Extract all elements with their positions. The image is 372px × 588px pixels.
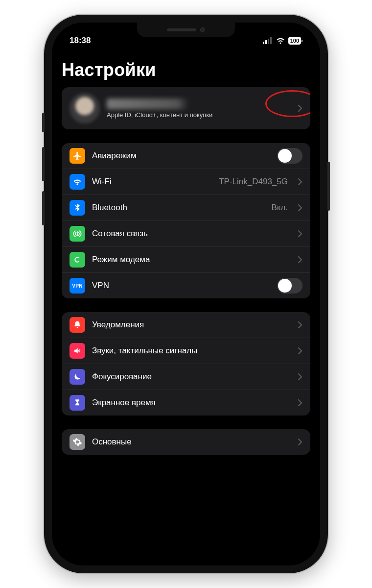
- row-sounds[interactable]: Звуки, тактильные сигналы: [62, 338, 310, 364]
- row-label: Звуки, тактильные сигналы: [92, 346, 288, 356]
- profile-name-blurred: [107, 98, 224, 109]
- row-label: Режим модема: [92, 255, 288, 265]
- side-button: [42, 113, 45, 132]
- chevron-right-icon: [298, 104, 302, 112]
- side-button: [42, 191, 45, 225]
- chevron-right-icon: [298, 178, 302, 186]
- status-time: 18:38: [70, 36, 91, 46]
- avatar: [70, 93, 100, 123]
- profile-subtitle: Apple ID, iCloud+, контент и покупки: [107, 111, 288, 119]
- chevron-right-icon: [298, 204, 302, 212]
- notifications-group: Уведомления Звуки, тактильные сигналы Фо…: [62, 312, 310, 416]
- profile-row[interactable]: Apple ID, iCloud+, контент и покупки: [62, 87, 310, 129]
- chevron-right-icon: [298, 438, 302, 446]
- airplane-icon: [70, 148, 85, 164]
- side-button: [42, 147, 45, 181]
- wifi-icon: [70, 174, 85, 190]
- hourglass-icon: [70, 395, 85, 411]
- row-vpn[interactable]: VPN VPN: [62, 272, 310, 298]
- profile-group: Apple ID, iCloud+, контент и покупки: [62, 87, 310, 129]
- row-label: Уведомления: [92, 320, 288, 330]
- row-value: Вкл.: [271, 203, 288, 213]
- svg-rect-3: [270, 37, 272, 44]
- airplane-toggle[interactable]: [277, 148, 302, 164]
- hotspot-icon: [70, 252, 85, 268]
- row-focus[interactable]: Фокусирование: [62, 364, 310, 390]
- battery-indicator: 100: [288, 37, 302, 45]
- chevron-right-icon: [298, 373, 302, 381]
- vpn-icon: VPN: [70, 278, 85, 294]
- moon-icon: [70, 369, 85, 385]
- wifi-icon: [276, 37, 285, 44]
- row-label: Сотовая связь: [92, 229, 288, 239]
- svg-rect-0: [263, 42, 264, 44]
- row-label: Экранное время: [92, 398, 288, 408]
- phone-frame: 18:38 100 Настройки Apple ID, iCloud+, к…: [44, 15, 328, 573]
- cellular-icon: [70, 226, 85, 242]
- row-label: VPN: [92, 281, 270, 291]
- row-notifications[interactable]: Уведомления: [62, 312, 310, 338]
- side-button: [327, 162, 330, 211]
- row-hotspot[interactable]: Режим модема: [62, 246, 310, 272]
- chevron-right-icon: [298, 347, 302, 355]
- row-label: Фокусирование: [92, 372, 288, 382]
- chevron-right-icon: [298, 256, 302, 264]
- row-label: Основные: [92, 437, 288, 447]
- row-general[interactable]: Основные: [62, 429, 310, 455]
- row-value: TP-Link_D493_5G: [219, 177, 288, 187]
- row-label: Авиарежим: [92, 151, 270, 161]
- speaker-icon: [70, 343, 85, 359]
- row-label: Wi-Fi: [92, 177, 212, 187]
- connectivity-group: Авиарежим Wi-Fi TP-Link_D493_5G Bluetoot: [62, 143, 310, 298]
- row-label: Bluetooth: [92, 203, 264, 213]
- row-airplane[interactable]: Авиарежим: [62, 143, 310, 169]
- svg-rect-2: [268, 39, 269, 44]
- row-screentime[interactable]: Экранное время: [62, 390, 310, 416]
- gear-icon: [70, 434, 85, 450]
- row-cellular[interactable]: Сотовая связь: [62, 220, 310, 246]
- cellular-icon: [263, 37, 273, 44]
- chevron-right-icon: [298, 399, 302, 407]
- general-group: Основные: [62, 429, 310, 455]
- notch: [137, 23, 235, 37]
- svg-rect-1: [265, 40, 267, 44]
- page-title: Настройки: [62, 60, 310, 80]
- bell-icon: [70, 317, 85, 333]
- screen: 18:38 100 Настройки Apple ID, iCloud+, к…: [52, 23, 320, 565]
- bluetooth-icon: [70, 200, 85, 216]
- row-bluetooth[interactable]: Bluetooth Вкл.: [62, 195, 310, 220]
- chevron-right-icon: [298, 230, 302, 238]
- vpn-toggle[interactable]: [277, 278, 302, 294]
- row-wifi[interactable]: Wi-Fi TP-Link_D493_5G: [62, 169, 310, 195]
- chevron-right-icon: [298, 321, 302, 329]
